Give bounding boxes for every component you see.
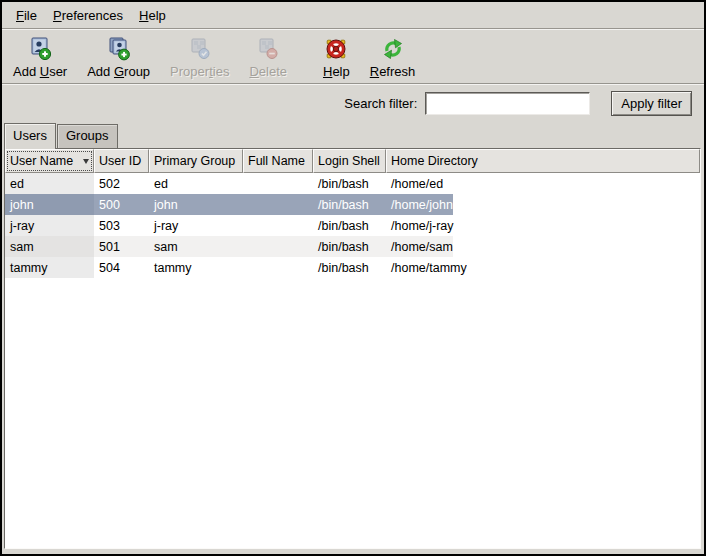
properties-label: Properties [170,64,229,79]
menu-preferences[interactable]: Preferences [45,4,131,27]
add-group-button[interactable]: Add Group [84,36,153,79]
users-table: User Name User ID Primary Group Full Nam… [4,148,701,549]
tab-groups[interactable]: Groups [57,124,118,148]
refresh-button[interactable]: Refresh [367,36,419,79]
search-filter-label: Search filter: [344,96,425,111]
add-user-label: Add User [13,64,67,79]
column-header-full-name[interactable]: Full Name [243,149,313,173]
help-icon [323,36,349,62]
properties-icon [187,36,213,62]
column-header-user-id[interactable]: User ID [94,149,149,173]
table-header-row: User Name User ID Primary Group Full Nam… [5,149,700,173]
notebook-tabs: Users Groups [4,122,118,148]
table-row-tammy[interactable]: tammy 504 tammy /bin/bash /home/tammy [5,257,700,278]
menu-help[interactable]: Help [131,4,174,27]
apply-filter-button[interactable]: Apply filter [611,91,692,116]
user-manager-window: File Preferences Help Add User [0,0,706,556]
filter-bar: Search filter: Apply filter [2,85,704,122]
column-header-user-name[interactable]: User Name [5,149,94,173]
column-header-home-directory[interactable]: Home Directory [386,149,700,173]
toolbar: Add User Add Group [2,30,704,83]
help-button[interactable]: Help [320,36,353,79]
delete-label: Delete [249,64,287,79]
menu-file[interactable]: File [8,4,45,27]
add-user-icon [27,36,53,62]
properties-button: Properties [167,36,232,79]
add-group-icon [106,36,132,62]
help-label: Help [323,64,350,79]
table-row-j-ray[interactable]: j-ray 503 j-ray /bin/bash /home/j-ray [5,215,700,236]
delete-icon [255,36,281,62]
sort-arrow-icon [83,159,89,164]
add-user-button[interactable]: Add User [10,36,70,79]
refresh-icon [380,36,406,62]
add-group-label: Add Group [87,64,150,79]
refresh-label: Refresh [370,64,416,79]
tab-users[interactable]: Users [4,123,56,149]
delete-button: Delete [246,36,290,79]
table-row-john-selected[interactable]: john 500 john /bin/bash /home/john [5,194,700,215]
search-filter-input[interactable] [425,92,590,115]
column-header-login-shell[interactable]: Login Shell [313,149,386,173]
table-row-ed[interactable]: ed 502 ed /bin/bash /home/ed [5,173,700,194]
table-row-sam[interactable]: sam 501 sam /bin/bash /home/sam [5,236,700,257]
menu-bar: File Preferences Help [2,2,704,29]
column-header-primary-group[interactable]: Primary Group [149,149,243,173]
